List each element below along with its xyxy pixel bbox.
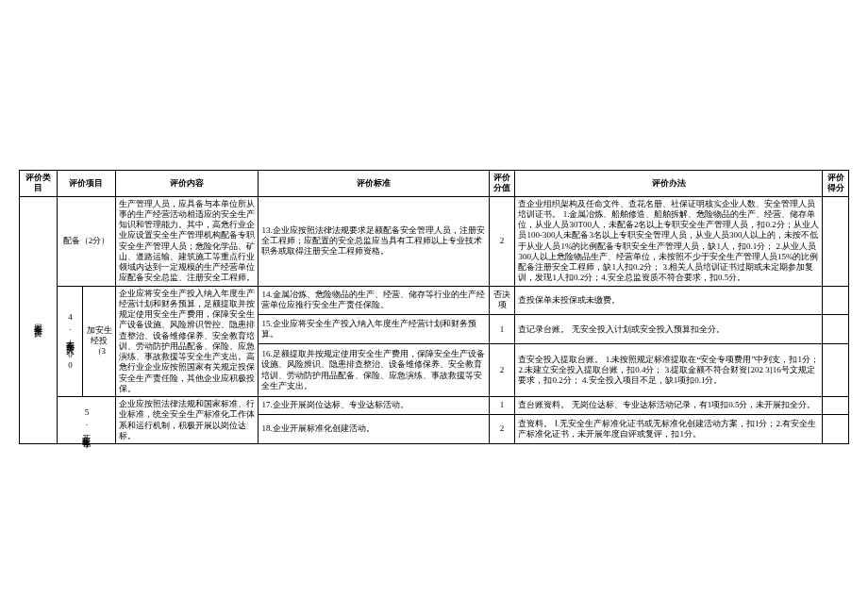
standard-cell: 18.企业开展标准化创建活动。 [259,414,489,443]
header-score: 评价得分 [823,171,849,197]
method-cell: 查企业组织架构及任命文件、查花名册、社保证明核实企业人数、安全管理人员培训证书。… [515,196,823,286]
points-cell: 2 [489,414,515,443]
method-cell: 查台账资料。 无岗位达标、专业达标活动记录，有1项扣0.5分，未开展扣全分。 [515,397,823,415]
config-cell: 加安生经投（3 [83,286,116,397]
method-cell: 查资料。 Ⅰ.无安全生产标准化证书或无标准化创建活动方案，扣1分；2.有安全生产… [515,414,823,443]
sub-project-cell: 5.开安生标化专 [57,397,116,444]
points-cell: 2 [489,344,515,397]
score-cell [823,397,849,415]
points-cell: 2 [489,196,515,286]
config-cell: 配备（2分） [57,196,116,286]
points-cell: 否决项 [489,286,515,315]
header-points: 评价分值 [489,171,515,197]
header-category: 评价类目 [20,171,58,197]
header-content: 评价内容 [116,171,259,197]
evaluation-table: 评价类目 评价项目 评价内容 评价标准 评价分值 评价办法 评价得分 履安全生产… [19,170,849,444]
table-row: 5.开安生标化专 企业应按照法律法规和国家标准、行业标准，统全安全生产标准化工作… [20,397,849,415]
method-cell: 查安全投入提取台账。 1.未按照规定标准提取在“安全专项费用”中列支，扣1分； … [515,344,823,397]
content-cell: 企业应按照法律法规和国家标准、行业标准，统全安全生产标准化工作体系和运行机制，积… [116,397,259,444]
score-cell [823,286,849,315]
header-method: 评价办法 [515,171,823,197]
method-cell: 查记录台账。 无安全投入计划或安全投入预算扣全分。 [515,315,823,344]
category-cell: 履安全生产责 [20,196,58,444]
method-cell: 查投保单未投保或未缴费。 [515,286,823,315]
header-standard: 评价标准 [259,171,489,197]
table-row: 4.大安全生产费入 00 加安生经投（3 企业应将安全生产投入纳入年度生产经营计… [20,286,849,315]
content-cell: 生产管理人员，应具备与本单位所从事的生产经营活动相适应的安全生产知识和管理能力。… [116,196,259,286]
standard-cell: 16.足额提取并按规定使用安全生产费用，保障安全生产设备设施、风险辨识、隐患排查… [259,344,489,397]
score-cell [823,196,849,286]
score-cell [823,315,849,344]
header-project: 评价项目 [57,171,116,197]
sub-project-cell: 4.大安全生产费入 00 [57,286,83,397]
standard-cell: 14.金属冶炼、危险物品的生产、经营、储存等行业的生产经营单位应推行安全生产责任… [259,286,489,315]
table-row: 履安全生产责 配备（2分） 生产管理人员，应具备与本单位所从事的生产经营活动相适… [20,196,849,286]
score-cell [823,344,849,397]
standard-cell: 17.企业开展岗位达标、专业达标活动。 [259,397,489,415]
standard-cell: 15.企业应将安全生产投入纳入年度生产经营计划和财务预算。 [259,315,489,344]
points-cell: 1 [489,397,515,415]
standard-cell: 13.企业应按照法律法规要求足额配备安全管理人员，注册安全工程师；应配置的安全总… [259,196,489,286]
score-cell [823,414,849,443]
points-cell: 1 [489,315,515,344]
content-cell: 企业应将安全生产投入纳入年度生产经营计划和财务预算，足额提取并按规定使用安全生产… [116,286,259,397]
